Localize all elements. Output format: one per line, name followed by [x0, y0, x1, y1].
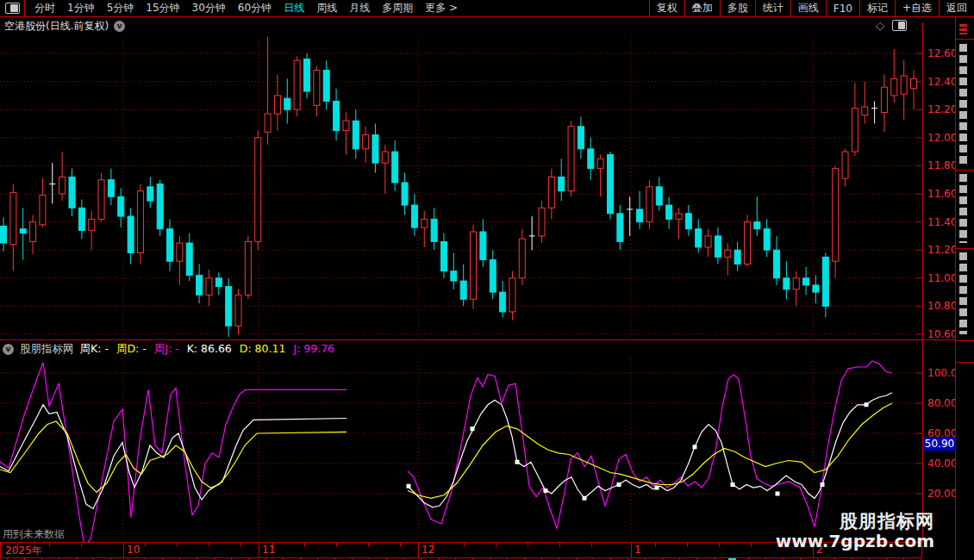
candle — [245, 236, 251, 299]
window-layout-button[interactable] — [0, 0, 25, 16]
year-label: 2025年 — [5, 544, 42, 558]
right-sidebar-clipped[interactable]: 自 1111111111 — [955, 17, 974, 560]
k-line-marker — [655, 486, 659, 490]
diamond-icon[interactable]: ◇ — [876, 19, 884, 32]
kdj-d-line — [0, 421, 347, 492]
period-tab-多周期[interactable]: 多周期 — [376, 1, 419, 16]
date-minor-tick — [336, 543, 337, 547]
period-tab-月线[interactable]: 月线 — [343, 1, 376, 16]
period-tab-日线[interactable]: 日线 — [278, 1, 310, 16]
candle — [696, 219, 702, 252]
candle — [334, 89, 340, 140]
candle — [128, 208, 134, 264]
candle — [215, 272, 222, 295]
kdj-k-line — [408, 393, 892, 507]
panel-toggle-icon — [5, 3, 20, 14]
period-tab-更多 >[interactable]: 更多 > — [419, 1, 464, 16]
date-minor-tick — [655, 543, 656, 547]
month-label-10: 10 — [127, 544, 140, 556]
candle — [89, 211, 95, 251]
candle — [186, 233, 192, 281]
candle — [608, 152, 614, 219]
candle — [304, 53, 310, 98]
title-right-tools: ◇ — [876, 19, 907, 32]
candle — [862, 82, 868, 124]
candle — [509, 271, 515, 320]
sidebar-section — [956, 39, 974, 171]
toolbar-button-叠加[interactable]: 叠加 — [684, 0, 720, 16]
indicator-field-周K: 周K: - — [80, 342, 109, 357]
candle — [715, 227, 721, 264]
candle — [451, 252, 457, 289]
candlestick-chart-canvas[interactable] — [0, 35, 922, 339]
candle — [578, 116, 584, 159]
candle — [137, 184, 143, 264]
period-tab-30分钟[interactable]: 30分钟 — [186, 1, 232, 16]
chevron-down-icon[interactable]: v — [114, 21, 125, 32]
candle — [49, 163, 55, 203]
candle — [226, 278, 232, 337]
toolbar-button-复权[interactable]: 复权 — [649, 0, 684, 16]
sidebar-tab-section: 自 — [956, 340, 974, 363]
candle — [588, 138, 594, 180]
candle — [274, 74, 280, 130]
candle — [10, 184, 16, 271]
toolbar-button-返回[interactable]: 返回 — [939, 0, 974, 16]
date-minor-tick — [177, 543, 178, 547]
collapse-pane-icon[interactable]: v — [3, 344, 14, 355]
candle — [490, 250, 496, 299]
indicator-field-K: K: 86.66 — [187, 342, 232, 357]
candle — [255, 131, 261, 251]
date-minor-tick — [496, 543, 496, 547]
k-line-marker — [617, 482, 621, 487]
indicator-header: v 股朋指标网 周K: -周D: -周J: -K: 86.66D: 80.11J… — [3, 342, 334, 357]
candle — [411, 194, 417, 236]
candle — [98, 173, 104, 222]
clipped-vertical-text — [959, 174, 967, 243]
toolbar-button-统计[interactable]: 统计 — [755, 0, 790, 16]
period-tab-5分钟[interactable]: 5分钟 — [101, 1, 140, 16]
candle — [421, 211, 428, 247]
month-gridline — [418, 542, 419, 557]
candle — [764, 219, 770, 257]
candle — [597, 154, 603, 196]
candle — [656, 177, 662, 210]
month-gridline — [631, 542, 632, 557]
date-minor-tick — [304, 543, 305, 547]
period-tab-周线[interactable]: 周线 — [310, 1, 343, 16]
candle — [744, 215, 750, 266]
candle — [911, 71, 917, 110]
date-minor-tick — [591, 543, 592, 547]
candle — [480, 219, 486, 266]
month-label-11: 11 — [262, 544, 275, 556]
date-minor-tick — [209, 543, 209, 547]
candle — [754, 196, 760, 236]
sidebar-toggle-icon[interactable] — [892, 20, 907, 31]
candle — [842, 149, 848, 187]
candle — [431, 208, 437, 250]
candle — [206, 270, 212, 306]
candle — [725, 243, 731, 275]
candle — [147, 177, 153, 208]
kdj-d-line — [408, 403, 892, 498]
sidebar-section — [956, 248, 974, 341]
candle — [440, 233, 446, 278]
candle — [20, 208, 26, 259]
period-tab-1分钟[interactable]: 1分钟 — [61, 1, 101, 16]
toolbar-button-画线[interactable]: 画线 — [790, 0, 826, 16]
period-tab-60分钟[interactable]: 60分钟 — [232, 1, 278, 16]
toolbar-button-+自选[interactable]: +自选 — [895, 0, 939, 16]
stock-title[interactable]: 空港股份(日线.前复权) — [4, 19, 109, 34]
toolbar-button-标记[interactable]: 标记 — [859, 0, 895, 16]
date-minor-tick — [464, 543, 465, 547]
period-tab-分时[interactable]: 分时 — [28, 1, 61, 16]
toolbar-button-F10[interactable]: F10 — [826, 0, 859, 16]
toolbar-button-多股[interactable]: 多股 — [720, 0, 755, 16]
candle — [382, 145, 388, 194]
candle — [734, 241, 740, 271]
period-tab-15分钟[interactable]: 15分钟 — [140, 1, 185, 16]
period-tab-list: 分时1分钟5分钟15分钟30分钟60分钟日线周线月线多周期更多 > — [28, 1, 464, 16]
pane-separator-line — [0, 339, 955, 340]
candle — [1, 218, 7, 252]
k-line-marker — [583, 496, 587, 501]
